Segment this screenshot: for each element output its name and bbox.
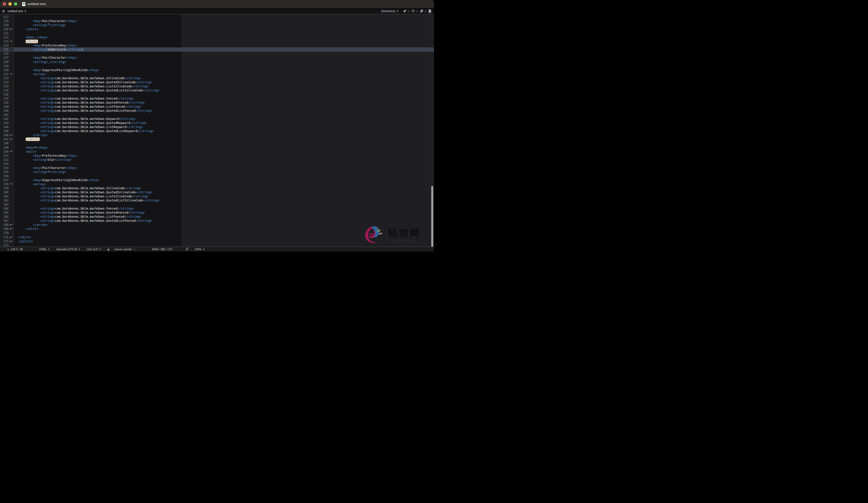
code-line[interactable]: 152 <string>Star</string> <box>0 158 434 162</box>
code-line[interactable]: 155 <string>*</string> <box>0 170 434 174</box>
code-line[interactable]: 144 <string>com.barebones.bblm.markdown.… <box>0 125 434 129</box>
code-line[interactable]: 159 <string>com.barebones.bblm.markdown.… <box>0 186 434 190</box>
code-line[interactable]: 141 <box>0 113 434 117</box>
code-line[interactable]: 173 <box>0 243 434 247</box>
editor[interactable]: 117118 <key>PairCharacter</key>119 <stri… <box>0 14 434 247</box>
code-line[interactable]: 158▼ <array> <box>0 182 434 186</box>
code-text[interactable]: <string>com.barebones.bblm.markdown.Fenc… <box>14 97 434 101</box>
code-line[interactable]: 123▼ <dict> <box>0 39 434 43</box>
code-line[interactable]: 170 <box>0 231 434 235</box>
code-text[interactable] <box>14 31 434 35</box>
code-line[interactable]: 167 <string>com.barebones.bblm.markdown.… <box>0 219 434 223</box>
code-text[interactable]: <string>com.barebones.bblm.markdown.List… <box>14 105 434 109</box>
code-line[interactable]: 135 <string>com.barebones.bblm.markdown.… <box>0 88 434 92</box>
fold-collapse-triangle-icon[interactable]: ▼ <box>9 72 14 76</box>
code-line[interactable]: 134 <string>com.barebones.bblm.markdown.… <box>0 84 434 88</box>
code-text[interactable]: <string>com.barebones.bblm.markdown.Quot… <box>14 219 434 223</box>
code-line[interactable]: 128 <string>_</string> <box>0 60 434 64</box>
code-text[interactable]: <string>com.barebones.bblm.markdown.Quot… <box>14 109 434 113</box>
lock-button[interactable] <box>107 248 110 251</box>
code-text[interactable]: <string>com.barebones.bblm.markdown.Quot… <box>14 101 434 105</box>
code-text[interactable]: <string>com.barebones.bblm.markdown.Quot… <box>14 129 434 133</box>
code-line[interactable]: 124 <key>PreferenceKey</key> <box>0 43 434 48</box>
gear-icon[interactable]: ⚙ <box>2 9 5 13</box>
code-text[interactable] <box>14 202 434 207</box>
code-text[interactable]: <string>*</string> <box>14 170 434 174</box>
code-text[interactable]: <array> <box>14 182 434 186</box>
code-text[interactable]: <dict> <box>14 150 434 154</box>
code-text[interactable] <box>14 174 434 178</box>
code-text[interactable]: </dict> <box>14 227 434 231</box>
encoding-menu[interactable]: Unicode (UTF-8) <box>56 248 80 251</box>
code-text[interactable]: </array> <box>14 133 434 137</box>
code-text[interactable]: <string>Underscore</string> <box>14 48 434 52</box>
vertical-scrollbar-thumb[interactable] <box>431 186 433 247</box>
code-text[interactable]: <key>SuppressPairingInRunKinds</key> <box>14 68 434 72</box>
code-line[interactable]: 121 <box>0 31 434 35</box>
code-line[interactable]: 136 <box>0 92 434 97</box>
code-line[interactable]: 140 <string>com.barebones.bblm.markdown.… <box>0 109 434 113</box>
code-text[interactable]: <string>com.barebones.bblm.markdown.Inli… <box>14 186 434 190</box>
language-menu[interactable]: HTML <box>39 248 50 251</box>
code-text[interactable]: <string>Star</string> <box>14 158 434 162</box>
code-line[interactable]: 138 <string>com.barebones.bblm.markdown.… <box>0 101 434 105</box>
code-text[interactable]: <string>com.barebones.bblm.markdown.Quot… <box>14 211 434 215</box>
code-line[interactable]: 133 <string>com.barebones.bblm.markdown.… <box>0 80 434 84</box>
code-text[interactable]: <string>com.barebones.bblm.markdown.List… <box>14 125 434 129</box>
functions-menu[interactable]: (functions) <box>381 9 399 13</box>
code-line[interactable]: 129 <box>0 64 434 68</box>
code-text[interactable]: <key>PairCharacter</key> <box>14 19 434 23</box>
code-text[interactable]: <string>”</string> <box>14 23 434 27</box>
code-text[interactable]: <string>com.barebones.bblm.markdown.Inli… <box>14 76 434 80</box>
code-line[interactable]: 150▼ <dict> <box>0 150 434 154</box>
code-line[interactable]: 143 <string>com.barebones.bblm.markdown.… <box>0 121 434 125</box>
code-text[interactable]: </dict> <box>14 235 434 239</box>
code-text[interactable] <box>14 231 434 235</box>
code-line[interactable]: 168 </array> <box>0 223 434 227</box>
code-text[interactable] <box>14 113 434 117</box>
code-text[interactable]: <key>PreferenceKey</key> <box>14 154 434 158</box>
minimize-button[interactable] <box>8 2 12 6</box>
code-text[interactable]: <string>com.barebones.bblm.markdown.Fenc… <box>14 207 434 211</box>
code-text[interactable]: <string>com.barebones.bblm.markdown.List… <box>14 194 434 198</box>
code-line[interactable]: 147 </dict> <box>0 137 434 141</box>
code-text[interactable]: <key>*</key> <box>14 145 434 150</box>
code-line[interactable]: 122 <key>_</key> <box>0 35 434 39</box>
code-text[interactable] <box>14 15 434 19</box>
code-text[interactable]: </plist> <box>14 239 434 243</box>
code-line[interactable]: 132 <string>com.barebones.bblm.markdown.… <box>0 76 434 80</box>
code-line[interactable]: 154 <key>PairCharacter</key> <box>0 166 434 170</box>
code-line[interactable]: 156 <box>0 174 434 178</box>
zoom-control[interactable]: - 100% <box>185 248 205 251</box>
code-line[interactable]: 162 <string>com.barebones.bblm.markdown.… <box>0 198 434 202</box>
code-text[interactable] <box>14 162 434 166</box>
fold-collapse-triangle-icon[interactable]: ▼ <box>9 39 14 43</box>
code-text[interactable]: <key>_</key> <box>14 35 434 39</box>
new-document-button[interactable] <box>428 9 432 13</box>
code-line[interactable]: 142 <string>com.barebones.bblm.markdown.… <box>0 117 434 121</box>
code-text[interactable]: <string>com.barebones.bblm.markdown.List… <box>14 215 434 219</box>
code-line[interactable]: 157 <key>SuppressPairingInRunKinds</key> <box>0 178 434 182</box>
document-menu[interactable]: untitled text <box>8 9 26 13</box>
code-text[interactable]: <key>PairCharacter</key> <box>14 56 434 60</box>
code-text[interactable] <box>14 141 434 145</box>
code-text[interactable]: <string>_</string> <box>14 60 434 64</box>
code-line[interactable]: 165 <string>com.barebones.bblm.markdown.… <box>0 211 434 215</box>
fold-collapse-triangle-icon[interactable]: ▼ <box>9 150 14 154</box>
history-button[interactable] <box>411 9 418 13</box>
code-line[interactable]: 131▼ <array> <box>0 72 434 76</box>
code-text[interactable]: <key>PreferenceKey</key> <box>14 43 434 48</box>
code-text[interactable] <box>14 64 434 68</box>
code-line[interactable]: 151 <key>PreferenceKey</key> <box>0 154 434 158</box>
code-line[interactable]: 118 <key>PairCharacter</key> <box>0 19 434 23</box>
line-ending-menu[interactable]: Unix (LF) <box>87 248 101 251</box>
code-text[interactable]: <dict> <box>14 39 434 43</box>
code-text[interactable]: <string>com.barebones.bblm.markdown.Quot… <box>14 80 434 84</box>
code-text[interactable]: </dict> <box>14 27 434 31</box>
code-line[interactable]: 137 <string>com.barebones.bblm.markdown.… <box>0 97 434 101</box>
code-text[interactable] <box>14 92 434 97</box>
code-line[interactable]: 149 <key>*</key> <box>0 145 434 150</box>
code-line[interactable]: 164 <string>com.barebones.bblm.markdown.… <box>0 207 434 211</box>
code-text[interactable]: <key>PairCharacter</key> <box>14 166 434 170</box>
code-line[interactable]: 166 <string>com.barebones.bblm.markdown.… <box>0 215 434 219</box>
